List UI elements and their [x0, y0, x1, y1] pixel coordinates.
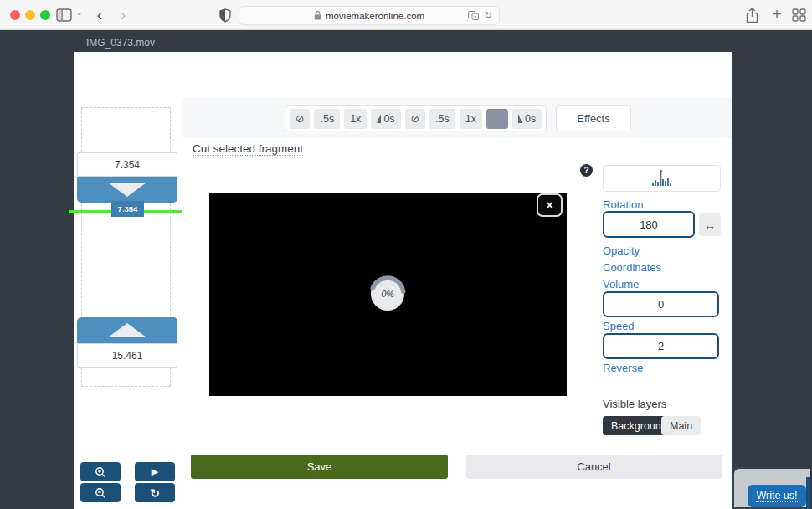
close-preview-button[interactable]: × [537, 193, 563, 217]
tab-overview-icon[interactable] [791, 8, 806, 22]
fade-in-icon [377, 114, 381, 123]
fade-in-button[interactable]: 0s [371, 109, 400, 129]
lock-icon [314, 11, 321, 20]
half-second-end-button[interactable]: .5s [429, 109, 455, 129]
back-button[interactable]: ‹ [92, 3, 107, 25]
translate-icon[interactable]: a [468, 11, 479, 20]
save-button[interactable]: Save [191, 455, 448, 479]
waveform-icon [650, 169, 675, 188]
share-icon[interactable] [744, 7, 759, 23]
address-bar[interactable]: moviemakeronline.com a ↻ [239, 6, 500, 25]
play-button[interactable]: ▶ [135, 462, 175, 481]
sidebar-toggle-icon[interactable] [56, 8, 72, 22]
new-tab-icon[interactable]: + [768, 3, 785, 25]
chevron-down-icon[interactable]: ⌄ [75, 7, 83, 18]
effects-button[interactable]: Effects [556, 105, 631, 131]
zoom-in-icon [95, 466, 106, 478]
arrow-down-icon [108, 183, 146, 197]
forward-button[interactable]: › [116, 3, 131, 25]
speed-1x-end-button[interactable]: 1x [460, 109, 482, 129]
volume-input[interactable] [603, 291, 719, 317]
progress-percent-label: 0% [368, 275, 407, 313]
zoom-out-icon [95, 487, 106, 499]
half-second-start-button[interactable]: .5s [314, 109, 340, 129]
browser-chrome: ⌄ ‹ › moviemakeronline.com a ↻ + [0, 0, 812, 30]
fragment-end-input[interactable] [77, 343, 177, 368]
cut-selected-fragment-link[interactable]: Cut selected fragment [193, 142, 303, 156]
fragment-end-handle[interactable] [77, 317, 177, 343]
visible-layers-title: Visible layers [603, 398, 666, 410]
fade-toolbar-group: ⊘ .5s 1x 0s ⊘ .5s 1x 0s [285, 105, 547, 131]
chat-widget-edge [806, 477, 810, 509]
swap-icon[interactable]: ↔ [699, 213, 721, 236]
fragment-start-handle[interactable] [77, 177, 177, 203]
help-icon[interactable]: ? [580, 164, 593, 177]
cancel-button[interactable]: Cancel [466, 455, 722, 479]
opacity-link[interactable]: Opacity [603, 244, 640, 257]
content-blocker-shield-icon[interactable] [218, 8, 232, 23]
write-us-button[interactable]: Write us! [748, 485, 806, 507]
arrow-up-icon [108, 323, 146, 337]
video-filename: IMG_0373.mov [86, 37, 155, 49]
fade-out-icon [518, 114, 522, 123]
color-swatch-button[interactable] [486, 109, 508, 129]
speed-link[interactable]: Speed [603, 320, 635, 332]
screen: ⌄ ‹ › moviemakeronline.com a ↻ + IMG_037… [0, 0, 812, 509]
speed-input[interactable] [603, 333, 719, 359]
zoom-in-button[interactable] [80, 462, 121, 481]
rotation-input[interactable] [603, 211, 695, 238]
fade-out-button[interactable]: 0s [512, 109, 542, 129]
audio-waveform-thumbnail[interactable] [603, 165, 721, 192]
url-text: moviemakeronline.com [326, 11, 424, 21]
coordinates-link[interactable]: Coordinates [603, 261, 661, 274]
mute-start-button[interactable]: ⊘ [290, 109, 310, 129]
minimize-window-button[interactable] [25, 10, 35, 20]
playhead-time-badge: 7.354 [111, 201, 144, 217]
rotate-button[interactable]: ↻ [135, 483, 175, 502]
rotation-link[interactable]: Rotation [603, 198, 643, 211]
fragment-start-input[interactable] [77, 152, 177, 177]
zoom-out-button[interactable] [80, 483, 121, 502]
layer-main-button[interactable]: Main [661, 416, 701, 435]
fullscreen-window-button[interactable] [40, 10, 50, 20]
volume-link[interactable]: Volume [603, 278, 639, 290]
mute-end-button[interactable]: ⊘ [405, 109, 425, 129]
reverse-link[interactable]: Reverse [603, 362, 643, 374]
speed-1x-start-button[interactable]: 1x [344, 109, 367, 129]
close-window-button[interactable] [10, 10, 20, 20]
reload-icon[interactable]: ↻ [485, 10, 492, 21]
